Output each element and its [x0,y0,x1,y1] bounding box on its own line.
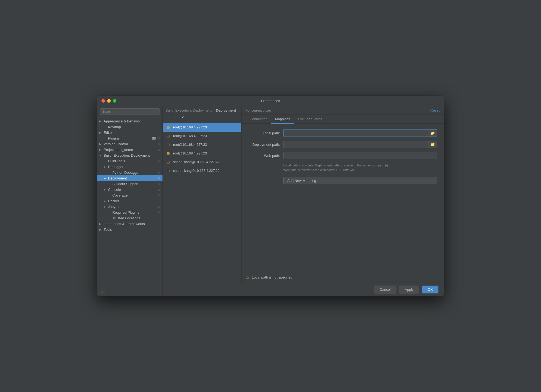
detail-content: Local path: 📁 Deployment path: 📁 [241,124,444,272]
sidebar-item-debugger[interactable]: ▶ Debugger [97,164,163,170]
chevron-icon: ▶ [99,131,104,134]
copy-icon: ⊞ [158,137,160,140]
sidebar-item-python-debugger[interactable]: Python Debugger ⊞ [97,170,163,175]
server-item[interactable]: ⊟ root@10.168.4.227:23 [163,132,241,140]
web-path-label: Web path: [248,154,283,158]
sidebar: ▶ Appearance & Behavior Keymap ▶ Editor … [97,106,163,296]
sidebar-item-required-plugins[interactable]: Required Plugins ⊞ [97,210,163,215]
search-box [97,106,163,117]
sidebar-item-tools[interactable]: ▶ Tools [97,227,163,232]
sidebar-item-label: Deployment [108,176,157,180]
sidebar-item-label: Build, Execution, Deployment [104,153,160,157]
apply-button[interactable]: Apply [399,286,419,293]
local-path-input-wrap: 📁 [283,129,437,137]
chevron-icon: ▶ [104,177,108,180]
sidebar-item-keymap[interactable]: Keymap [97,124,163,130]
for-project-label: For current project [246,109,272,112]
remove-server-button[interactable]: − [173,115,177,120]
warning-icon: ⚠ [246,275,250,280]
copy-icon: ⊞ [158,148,160,151]
sftp-icon: ⊟ [166,151,171,156]
window-footer: Cancel Apply OK [163,283,444,296]
server-item[interactable]: ⊟ shanruikang@10.168.4.227:22 [163,166,241,175]
close-button[interactable] [101,99,105,103]
sidebar-bottom: ? [97,286,163,296]
server-item[interactable]: ⊟ root@10.168.4.227:23 [163,140,241,149]
title-bar: Preferences [97,96,444,106]
sidebar-item-version-control[interactable]: ▶ Version Control ⊞ [97,141,163,147]
help-text-content: Local path is absolute. Deployment path … [283,164,389,172]
web-path-input[interactable] [284,152,437,159]
window-controls [101,99,116,103]
reset-button[interactable]: Reset [430,108,440,112]
sidebar-item-label: Languages & Frameworks [104,222,160,226]
sidebar-item-build-exec-deploy[interactable]: ▼ Build, Execution, Deployment [97,153,163,158]
local-path-input[interactable] [284,130,428,137]
cancel-button[interactable]: Cancel [374,286,396,293]
confirm-button[interactable]: ✓ [180,115,186,120]
copy-icon: ⊞ [158,211,160,214]
preferences-window: Preferences ▶ Appearance & Behavior Keym… [97,96,444,296]
sidebar-item-docker[interactable]: ▶ Docker [97,198,163,204]
add-server-button[interactable]: + [166,115,170,120]
chevron-icon: ▶ [99,120,104,123]
help-button[interactable]: ? [100,289,105,294]
server-label: shanruikang@10.168.4.227:22 [173,160,219,164]
server-item[interactable]: ⊟ shanruikang@10.168.4.227:22 [163,158,241,166]
copy-icon: ⊞ [158,177,160,180]
sidebar-item-build-tools[interactable]: Build Tools ⊞ [97,158,163,164]
sidebar-item-buildout-support[interactable]: Buildout Support ⊞ [97,181,163,187]
warning-text: Local path is not specified. [252,275,293,279]
sidebar-item-label: Jupyter [108,205,157,209]
window-title: Preferences [261,99,280,103]
server-toolbar: + − ✓ [166,113,238,121]
sidebar-item-label: Console [108,188,157,192]
sidebar-item-plugins[interactable]: Plugins 1 ⊞ [97,135,163,141]
ok-button[interactable]: OK [422,286,438,293]
web-path-input-wrap [283,152,437,159]
deployment-path-folder-button[interactable]: 📁 [428,141,437,148]
copy-icon: ⊞ [158,205,160,208]
minimize-button[interactable] [107,99,111,103]
sidebar-item-console[interactable]: ▶ Console ⊞ [97,187,163,192]
local-path-label: Local path: [248,131,283,135]
sidebar-item-label: Tools [104,227,160,232]
deployment-path-input[interactable] [284,141,428,148]
sidebar-item-label: Trusted Locations [112,216,160,220]
sidebar-item-deployment[interactable]: ▶ Deployment ⊞ [97,175,163,181]
breadcrumb-current: Deployment [216,108,236,112]
server-label: root@10.168.4.227:23 [173,143,207,147]
sftp-icon: ⊟ [166,125,171,130]
sidebar-item-trusted-locations[interactable]: Trusted Locations [97,215,163,221]
tab-mappings[interactable]: Mappings [271,115,294,124]
chevron-icon: ▶ [104,165,108,168]
add-new-mapping-button[interactable]: Add New Mapping [283,177,437,184]
maximize-button[interactable] [113,99,116,103]
warning-row: ⚠ Local path is not specified. [246,275,293,280]
sidebar-item-languages[interactable]: ▶ Languages & Frameworks [97,221,163,227]
sidebar-item-editor[interactable]: ▶ Editor [97,130,163,135]
copy-icon: ⊞ [158,143,160,146]
sidebar-item-label: Version Control [104,142,157,146]
server-item[interactable]: ⊟ root@10.168.4.227:23 [163,149,241,158]
server-label: shanruikang@10.168.4.227:22 [173,169,219,173]
deployment-path-row: Deployment path: 📁 [248,141,437,148]
sidebar-item-label: Python Debugger [112,170,157,175]
deployment-path-input-wrap: 📁 [283,141,437,148]
search-input[interactable] [100,108,160,115]
detail-tabs: Connection Mappings Excluded Paths [241,115,444,124]
local-path-folder-button[interactable]: 📁 [428,129,437,137]
sftp-icon: ⊟ [166,159,171,165]
sftp-icon: ⊟ [166,168,171,173]
sidebar-item-project[interactable]: ▶ Project: test_demo ⊞ [97,147,163,153]
sidebar-item-jupyter[interactable]: ▶ Jupyter ⊞ [97,204,163,210]
chevron-icon: ▶ [104,205,108,208]
detail-panel: For current project Reset Connection Map… [241,106,444,283]
tab-excluded-paths[interactable]: Excluded Paths [294,115,326,124]
server-item[interactable]: ⊟ root@10.168.4.227:23 [163,123,241,132]
tab-connection[interactable]: Connection [246,115,271,124]
deployment-area: Build, Execution, Deployment › Deploymen… [163,106,444,283]
server-label: root@10.168.4.227:23 [173,125,207,129]
sidebar-item-coverage[interactable]: Coverage ⊞ [97,192,163,198]
sidebar-item-appearance[interactable]: ▶ Appearance & Behavior [97,118,163,124]
